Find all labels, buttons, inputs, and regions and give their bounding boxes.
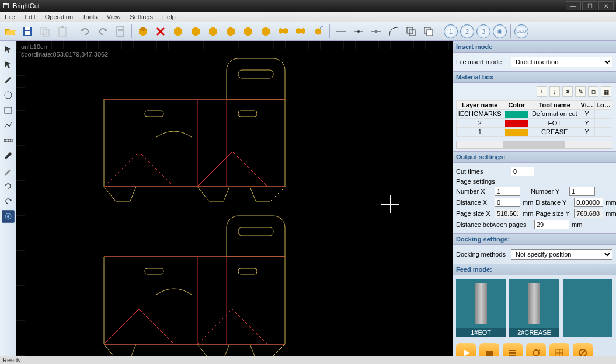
menu-view[interactable]: View <box>105 12 123 22</box>
cube-pair-button-1[interactable] <box>276 24 291 39</box>
brush-tool[interactable] <box>2 149 15 162</box>
rect-tool[interactable] <box>2 104 15 117</box>
line-style-2[interactable] <box>351 24 366 39</box>
layer-scrollbar[interactable] <box>456 141 612 149</box>
svg-rect-15 <box>407 27 413 33</box>
cube-move-button[interactable] <box>311 24 326 39</box>
polyline-tool[interactable] <box>2 119 15 132</box>
play-button[interactable] <box>456 343 476 356</box>
table-row[interactable]: IECHOMARKS Deformation cut Y <box>457 110 612 119</box>
subtract-button[interactable] <box>421 24 436 39</box>
number-y-input[interactable] <box>569 187 595 196</box>
feed-mode-header: Feed mode: <box>453 264 616 275</box>
svg-rect-7 <box>117 27 124 36</box>
layer-delete-button[interactable]: ✕ <box>562 86 573 97</box>
open-button[interactable] <box>2 24 18 39</box>
layer-copy-button[interactable]: ⧉ <box>588 86 598 97</box>
page-size-x-input[interactable] <box>495 209 520 218</box>
paste-button[interactable] <box>55 24 70 39</box>
table-row[interactable]: 1 CREASE Y <box>457 128 612 137</box>
cube-button-5[interactable] <box>223 24 238 39</box>
cube-pair-button-2[interactable] <box>293 24 308 39</box>
copy-button[interactable] <box>37 24 53 39</box>
knife-tool[interactable] <box>2 164 15 177</box>
layer-edit-button[interactable]: ✎ <box>575 86 586 97</box>
cut-times-input[interactable] <box>511 167 534 176</box>
feed-action-2[interactable] <box>479 343 499 356</box>
close-button[interactable]: ✕ <box>598 1 614 10</box>
round-1-button[interactable]: 1 <box>444 24 458 38</box>
round-target-button[interactable]: ◉ <box>493 24 507 38</box>
distance-between-pages-input[interactable] <box>534 220 569 229</box>
combine-button[interactable] <box>403 24 419 39</box>
minimize-button[interactable]: — <box>566 1 581 10</box>
svg-point-12 <box>357 30 360 33</box>
page-size-y-input[interactable] <box>574 209 603 218</box>
cube-button-3[interactable] <box>188 24 203 39</box>
pen-tool[interactable] <box>2 74 15 86</box>
menu-file[interactable]: File <box>2 12 18 22</box>
arc-button[interactable] <box>386 24 401 39</box>
menu-operation[interactable]: Operation <box>43 12 75 22</box>
svg-rect-29 <box>238 111 257 117</box>
svg-point-26 <box>7 215 9 218</box>
delete-button[interactable] <box>153 24 168 39</box>
ruler-vertical <box>16 41 25 356</box>
menu-settings[interactable]: Settings <box>127 12 155 22</box>
cube-button-6[interactable] <box>241 24 256 39</box>
titlebar: 🗔 IBrightCut — ☐ ✕ <box>0 0 616 12</box>
layer-more-button[interactable]: ▦ <box>601 86 611 97</box>
undo-button[interactable] <box>78 24 93 39</box>
insert-mode-header: Insert mode <box>453 41 616 52</box>
svg-rect-41 <box>486 351 493 356</box>
rotate-cw-tool[interactable] <box>2 195 15 208</box>
document-button[interactable] <box>113 24 128 39</box>
feed-action-4[interactable] <box>526 343 546 356</box>
maximize-button[interactable]: ☐ <box>582 1 597 10</box>
menu-help[interactable]: Help <box>160 12 178 22</box>
cube-button-2[interactable] <box>170 24 186 39</box>
cube-button-4[interactable] <box>206 24 221 39</box>
layer-add-button[interactable]: + <box>537 86 547 97</box>
cube-button-1[interactable] <box>135 24 151 39</box>
right-panel: Insert mode File insert mode Direct inse… <box>453 41 616 356</box>
select-tool[interactable] <box>2 58 15 71</box>
number-x-input[interactable] <box>495 187 520 196</box>
pointer-tool[interactable] <box>2 43 15 56</box>
line-style-1[interactable] <box>333 24 349 39</box>
redo-button[interactable] <box>95 24 110 39</box>
canvas-area[interactable]: unit:10cm coordinate:853.0179,347.3062 <box>16 41 453 356</box>
save-button[interactable] <box>20 24 35 39</box>
ccd-button[interactable]: CCD <box>514 24 528 38</box>
color-swatch <box>505 130 528 136</box>
feed-card-crease[interactable]: 2#CREASE <box>509 279 559 337</box>
view-tool[interactable] <box>2 210 15 223</box>
distance-x-input[interactable] <box>495 198 520 207</box>
svg-rect-35 <box>145 268 163 274</box>
feed-card-eot[interactable]: 1#EOT <box>456 279 506 337</box>
menu-edit[interactable]: Edit <box>22 12 38 22</box>
measure-tool[interactable] <box>2 134 15 147</box>
material-box-header: Material box <box>453 71 616 83</box>
circle-tool[interactable] <box>2 89 15 102</box>
table-row[interactable]: 2 EOT Y <box>457 118 612 128</box>
rotate-ccw-tool[interactable] <box>2 180 15 192</box>
svg-line-47 <box>580 351 585 355</box>
cube-button-7[interactable] <box>258 24 273 39</box>
round-2-button[interactable]: 2 <box>460 24 474 38</box>
feed-card-empty[interactable] <box>563 279 612 337</box>
stop-button[interactable] <box>573 343 593 356</box>
distance-y-input[interactable] <box>574 198 603 207</box>
file-insert-mode-select[interactable]: Direct insertion <box>511 57 612 67</box>
layer-down-button[interactable]: ↓ <box>549 86 560 97</box>
feed-action-3[interactable] <box>503 343 523 356</box>
docking-methods-select[interactable]: Not specify position <box>511 249 612 260</box>
page-size-y-label: Page size Y <box>535 210 572 217</box>
line-style-3[interactable] <box>368 24 384 39</box>
page-size-x-label: Page size X <box>456 210 492 217</box>
main-toolbar: 1 2 3 ◉ CCD <box>0 22 616 41</box>
round-3-button[interactable]: 3 <box>476 24 490 38</box>
color-swatch <box>505 120 528 127</box>
feed-action-5[interactable] <box>549 343 569 356</box>
menu-tools[interactable]: Tools <box>80 12 100 22</box>
